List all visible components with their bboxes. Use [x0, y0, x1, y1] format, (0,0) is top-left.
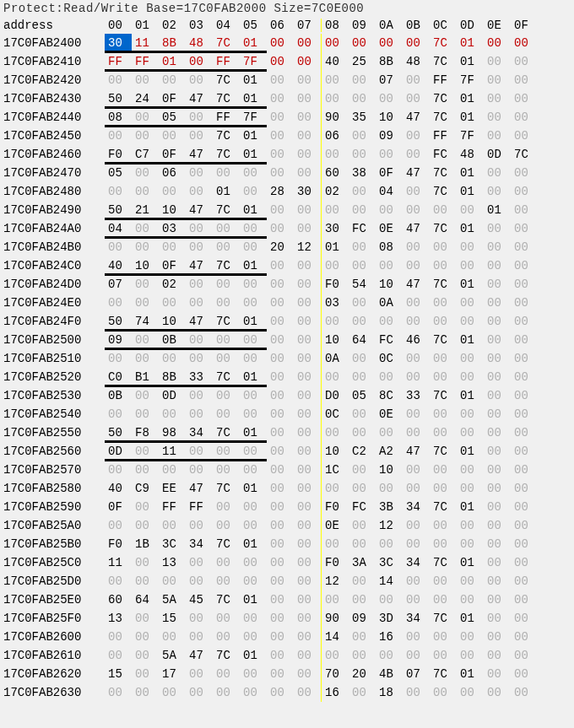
- hex-byte[interactable]: 00: [484, 368, 511, 386]
- hex-byte[interactable]: 7C: [430, 498, 457, 516]
- hex-byte[interactable]: 00: [294, 256, 321, 275]
- hex-byte[interactable]: 00: [294, 609, 321, 628]
- hex-byte[interactable]: 00: [322, 201, 349, 219]
- hex-byte[interactable]: 00: [105, 238, 132, 256]
- hex-row[interactable]: 17C0FAB2470050006000000000060380F477C010…: [0, 164, 574, 182]
- hex-byte[interactable]: 64: [349, 331, 376, 349]
- hex-byte[interactable]: 00: [240, 405, 267, 423]
- hex-byte[interactable]: 00: [484, 238, 511, 256]
- hex-byte[interactable]: 25: [349, 52, 376, 71]
- hex-byte[interactable]: 00: [267, 665, 294, 683]
- hex-row[interactable]: 17C0FAB24800000000001002830020004007C010…: [0, 182, 574, 201]
- hex-byte[interactable]: 00: [511, 312, 538, 331]
- hex-byte[interactable]: 47: [403, 164, 430, 182]
- hex-byte[interactable]: C7: [132, 145, 159, 164]
- hex-byte[interactable]: 00: [322, 479, 349, 498]
- hex-byte[interactable]: 64: [132, 590, 159, 609]
- hex-byte[interactable]: 01: [240, 312, 267, 331]
- hex-byte[interactable]: 01: [457, 386, 484, 405]
- hex-byte[interactable]: 0E: [376, 219, 403, 238]
- hex-byte[interactable]: 00: [511, 609, 538, 628]
- hex-byte[interactable]: 3A: [349, 553, 376, 572]
- hex-byte[interactable]: 90: [322, 108, 349, 127]
- hex-byte[interactable]: 00: [240, 164, 267, 182]
- hex-byte[interactable]: 7C: [430, 386, 457, 405]
- hex-byte[interactable]: 00: [186, 665, 213, 683]
- hex-byte[interactable]: 00: [240, 275, 267, 294]
- hex-byte[interactable]: 00: [511, 386, 538, 405]
- hex-byte[interactable]: 00: [132, 609, 159, 628]
- hex-byte[interactable]: 00: [457, 461, 484, 479]
- hex-byte[interactable]: 00: [349, 461, 376, 479]
- hex-byte[interactable]: 00: [294, 34, 321, 52]
- hex-byte[interactable]: F8: [132, 423, 159, 442]
- hex-byte[interactable]: 00: [294, 164, 321, 182]
- hex-byte[interactable]: 47: [186, 201, 213, 219]
- hex-byte[interactable]: 00: [349, 646, 376, 665]
- hex-byte[interactable]: 50: [105, 423, 132, 442]
- hex-byte[interactable]: 48: [403, 52, 430, 71]
- hex-row[interactable]: 17C0FAB24D00700020000000000F05410477C010…: [0, 275, 574, 294]
- hex-byte[interactable]: 50: [105, 312, 132, 331]
- hex-byte[interactable]: 0D: [484, 145, 511, 164]
- hex-byte[interactable]: 60: [322, 164, 349, 182]
- hex-byte[interactable]: 00: [457, 201, 484, 219]
- hex-byte[interactable]: 00: [484, 71, 511, 89]
- hex-byte[interactable]: 00: [186, 386, 213, 405]
- hex-byte[interactable]: 00: [511, 219, 538, 238]
- hex-byte[interactable]: 47: [186, 145, 213, 164]
- hex-byte[interactable]: 00: [186, 442, 213, 461]
- hex-byte[interactable]: 00: [349, 405, 376, 423]
- hex-byte[interactable]: 0A: [322, 349, 349, 368]
- hex-byte[interactable]: 46: [403, 331, 430, 349]
- hex-byte[interactable]: F0: [105, 535, 132, 553]
- hex-byte[interactable]: 10: [376, 461, 403, 479]
- hex-byte[interactable]: 3C: [159, 535, 186, 553]
- hex-byte[interactable]: 0D: [159, 386, 186, 405]
- hex-byte[interactable]: 00: [376, 312, 403, 331]
- hex-byte[interactable]: 13: [159, 553, 186, 572]
- hex-byte[interactable]: 00: [105, 572, 132, 590]
- hex-byte[interactable]: 15: [105, 665, 132, 683]
- hex-row[interactable]: 17C0FAB25300B000D0000000000D0058C337C010…: [0, 386, 574, 405]
- hex-byte[interactable]: 00: [186, 628, 213, 646]
- hex-byte[interactable]: 00: [132, 294, 159, 312]
- hex-row[interactable]: 17C0FAB2450000000007C01000006000900FF7F0…: [0, 127, 574, 145]
- hex-byte[interactable]: 13: [105, 609, 132, 628]
- hex-byte[interactable]: 00: [132, 498, 159, 516]
- hex-byte[interactable]: 00: [484, 349, 511, 368]
- hex-byte[interactable]: FC: [349, 219, 376, 238]
- hex-byte[interactable]: 00: [457, 628, 484, 646]
- hex-row[interactable]: 17C0FAB2460F0C70F477C01000000000000FC480…: [0, 145, 574, 164]
- hex-row[interactable]: 17C0FAB25900F00FFFF00000000F0FC3B347C010…: [0, 498, 574, 516]
- hex-row[interactable]: 17C0FAB250009000B00000000001064FC467C010…: [0, 331, 574, 349]
- hex-byte[interactable]: 01: [240, 423, 267, 442]
- hex-row[interactable]: 17C0FAB251000000000000000000A000C0000000…: [0, 349, 574, 368]
- hex-byte[interactable]: 01: [240, 646, 267, 665]
- hex-byte[interactable]: 00: [294, 683, 321, 702]
- hex-byte[interactable]: 00: [267, 89, 294, 108]
- hex-byte[interactable]: 00: [349, 145, 376, 164]
- hex-byte[interactable]: 00: [511, 71, 538, 89]
- hex-byte[interactable]: 00: [105, 646, 132, 665]
- hex-byte[interactable]: 0F: [159, 256, 186, 275]
- hex-byte[interactable]: 7C: [213, 368, 240, 386]
- hex-byte[interactable]: 00: [240, 238, 267, 256]
- hex-byte[interactable]: 48: [457, 145, 484, 164]
- hex-byte[interactable]: 00: [484, 423, 511, 442]
- hex-byte[interactable]: 01: [240, 201, 267, 219]
- hex-byte[interactable]: 00: [484, 590, 511, 609]
- hex-byte[interactable]: 00: [159, 405, 186, 423]
- hex-byte[interactable]: 00: [294, 628, 321, 646]
- hex-byte[interactable]: 00: [403, 89, 430, 108]
- hex-row[interactable]: 17C0FAB24B000000000000020120100080000000…: [0, 238, 574, 256]
- hex-byte[interactable]: 00: [294, 572, 321, 590]
- hex-byte[interactable]: 00: [267, 331, 294, 349]
- hex-byte[interactable]: 7C: [213, 145, 240, 164]
- hex-byte[interactable]: 00: [511, 479, 538, 498]
- hex-byte[interactable]: 00: [294, 71, 321, 89]
- hex-byte[interactable]: 00: [105, 71, 132, 89]
- hex-byte[interactable]: 00: [430, 461, 457, 479]
- hex-byte[interactable]: 00: [294, 52, 321, 71]
- hex-byte[interactable]: 90: [322, 609, 349, 628]
